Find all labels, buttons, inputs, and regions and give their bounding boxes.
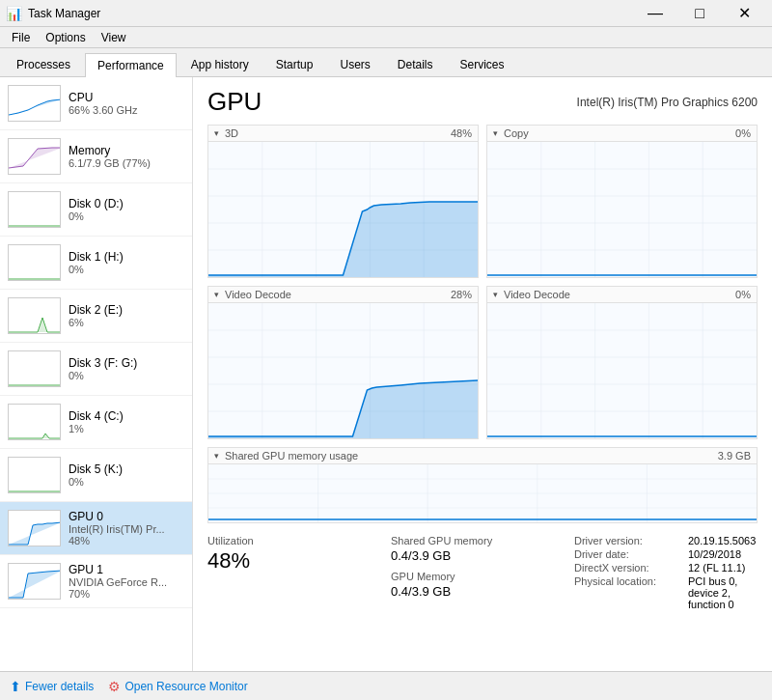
chart-videodecode2: ▾ Video Decode 0%	[486, 286, 758, 439]
content-area: GPU Intel(R) Iris(TM) Pro Graphics 6200 …	[193, 77, 772, 671]
memory-thumbnail	[8, 138, 61, 175]
disk4-name: Disk 4 (C:)	[69, 409, 184, 423]
close-button[interactable]: ✕	[722, 0, 766, 27]
gpu1-thumbnail	[8, 563, 61, 600]
disk4-thumbnail	[8, 404, 61, 440]
sidebar-item-disk4[interactable]: Disk 4 (C:) 1%	[0, 396, 192, 449]
disk3-usage: 0%	[69, 370, 184, 381]
menu-bar: File Options View	[0, 27, 772, 48]
chevron-icon-vd1: ▾	[214, 290, 219, 299]
chevron-icon-copy: ▾	[493, 128, 498, 138]
detail-driver-date-label: Driver date:	[574, 548, 680, 560]
disk3-thumbnail	[8, 350, 61, 387]
gpu1-info: GPU 1 NVIDIA GeForce R... 70%	[69, 563, 184, 600]
disk5-name: Disk 5 (K:)	[69, 462, 184, 476]
detail-directx: DirectX version: 12 (FL 11.1)	[574, 562, 758, 574]
chart-3d-header: ▾ 3D 48%	[208, 126, 478, 142]
chart-videodecode1-pct: 28%	[451, 289, 472, 300]
chart-copy-pct: 0%	[735, 127, 751, 139]
memory-usage: 6.1/7.9 GB (77%)	[69, 157, 184, 169]
tab-services[interactable]: Services	[448, 52, 517, 76]
menu-view[interactable]: View	[94, 29, 134, 46]
chart-videodecode2-header: ▾ Video Decode 0%	[487, 287, 757, 303]
cpu-info: CPU 66% 3.60 GHz	[69, 91, 184, 116]
sidebar-item-memory[interactable]: Memory 6.1/7.9 GB (77%)	[0, 130, 192, 183]
detail-driver-version-value: 20.19.15.5063	[688, 535, 756, 546]
charts-grid: ▾ 3D 48%	[207, 125, 758, 439]
tab-startup[interactable]: Startup	[263, 52, 326, 76]
chart-videodecode1-header: ▾ Video Decode 28%	[208, 287, 478, 303]
cpu-usage: 66% 3.60 GHz	[69, 104, 184, 116]
disk5-info: Disk 5 (K:) 0%	[69, 462, 184, 488]
detail-driver-date: Driver date: 10/29/2018	[574, 548, 758, 560]
tab-bar: Processes Performance App history Startu…	[0, 48, 772, 77]
disk1-name: Disk 1 (H:)	[69, 250, 184, 264]
chart-3d: ▾ 3D 48%	[207, 125, 479, 278]
sidebar-item-disk0[interactable]: Disk 0 (D:) 0%	[0, 183, 192, 237]
sidebar-item-disk3[interactable]: Disk 3 (F: G:) 0%	[0, 343, 192, 396]
sidebar-item-gpu0[interactable]: GPU 0 Intel(R) Iris(TM) Pr... 48%	[0, 502, 192, 555]
sidebar-item-disk1[interactable]: Disk 1 (H:) 0%	[0, 237, 192, 290]
title-bar-left: 📊 Task Manager	[6, 6, 100, 21]
gpu-title: GPU	[207, 87, 262, 117]
fewer-details-icon: ⬆	[10, 679, 21, 694]
disk5-usage: 0%	[69, 476, 184, 488]
sidebar: CPU 66% 3.60 GHz Memory 6.1/7.9 GB (77%)…	[0, 77, 193, 671]
resource-monitor-icon: ⚙	[108, 679, 121, 694]
disk0-usage: 0%	[69, 210, 184, 222]
chevron-icon: ▾	[214, 128, 219, 138]
gpu1-usage: 70%	[69, 588, 184, 600]
disk2-usage: 6%	[69, 317, 184, 328]
chart-shared-memory-max: 3.9 GB	[718, 450, 751, 462]
minimize-button[interactable]: —	[633, 0, 677, 27]
sidebar-item-cpu[interactable]: CPU 66% 3.60 GHz	[0, 77, 192, 130]
bottom-bar: ⬆ Fewer details ⚙ Open Resource Monitor	[0, 671, 772, 700]
tab-processes[interactable]: Processes	[4, 52, 83, 76]
sidebar-item-disk2[interactable]: Disk 2 (E:) 6%	[0, 290, 192, 343]
maximize-button[interactable]: □	[677, 0, 722, 27]
gpu0-subname: Intel(R) Iris(TM) Pr...	[69, 523, 184, 535]
sidebar-item-gpu1[interactable]: GPU 1 NVIDIA GeForce R... 70%	[0, 555, 192, 608]
disk5-thumbnail	[8, 457, 61, 493]
tab-app-history[interactable]: App history	[179, 52, 262, 76]
chart-videodecode1-label: ▾ Video Decode	[214, 289, 291, 300]
disk2-info: Disk 2 (E:) 6%	[69, 303, 184, 328]
open-resource-monitor-link[interactable]: ⚙ Open Resource Monitor	[108, 679, 247, 694]
detail-physical-location: Physical location: PCI bus 0, device 2, …	[574, 575, 758, 610]
title-bar: 📊 Task Manager — □ ✕	[0, 0, 772, 27]
chart-copy: ▾ Copy 0%	[486, 125, 758, 278]
chart-copy-label: ▾ Copy	[493, 127, 529, 139]
chart-shared-memory: ▾ Shared GPU memory usage 3.9 GB	[207, 447, 758, 523]
chart-3d-body	[208, 142, 478, 277]
title-bar-controls: — □ ✕	[633, 0, 766, 27]
stats-section: Utilization 48% Shared GPU memory 0.4/3.…	[207, 531, 758, 616]
chart-videodecode2-body	[487, 303, 757, 438]
disk3-info: Disk 3 (F: G:) 0%	[69, 356, 184, 381]
tab-performance[interactable]: Performance	[85, 53, 177, 77]
tab-users[interactable]: Users	[327, 52, 382, 76]
tab-details[interactable]: Details	[385, 52, 446, 76]
stat-gpu-memory-label: GPU Memory	[391, 571, 574, 582]
detail-directx-value: 12 (FL 11.1)	[688, 562, 746, 574]
gpu1-name: GPU 1	[69, 563, 184, 576]
disk4-info: Disk 4 (C:) 1%	[69, 409, 184, 434]
disk2-name: Disk 2 (E:)	[69, 303, 184, 317]
chart-videodecode2-pct: 0%	[735, 289, 751, 300]
menu-options[interactable]: Options	[38, 29, 93, 46]
gpu-header: GPU Intel(R) Iris(TM) Pro Graphics 6200	[207, 87, 758, 117]
chart-3d-pct: 48%	[451, 127, 472, 139]
memory-name: Memory	[69, 144, 184, 157]
detail-directx-label: DirectX version:	[574, 562, 680, 574]
sidebar-item-disk5[interactable]: Disk 5 (K:) 0%	[0, 449, 192, 502]
chart-3d-label: ▾ 3D	[214, 127, 238, 139]
detail-driver-version-label: Driver version:	[574, 535, 680, 546]
gpu-model: Intel(R) Iris(TM) Pro Graphics 6200	[577, 96, 758, 109]
stat-shared-gpu-memory-value: 0.4/3.9 GB	[391, 548, 574, 563]
disk1-info: Disk 1 (H:) 0%	[69, 250, 184, 275]
disk0-info: Disk 0 (D:) 0%	[69, 197, 184, 222]
menu-file[interactable]: File	[4, 29, 38, 46]
fewer-details-link[interactable]: ⬆ Fewer details	[10, 679, 94, 694]
chart-shared-memory-body	[208, 464, 757, 522]
cpu-name: CPU	[69, 91, 184, 104]
detail-driver-version: Driver version: 20.19.15.5063	[574, 535, 758, 546]
